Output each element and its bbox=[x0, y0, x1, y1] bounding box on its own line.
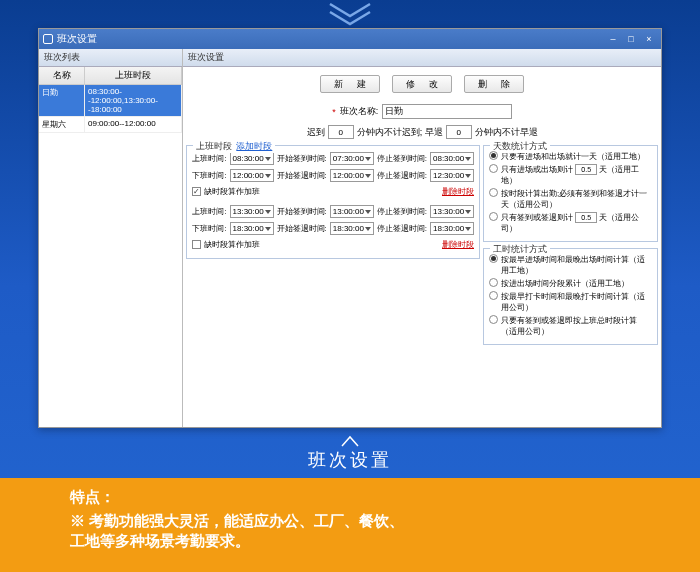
signout-start-input[interactable]: 12:00:00 bbox=[330, 169, 374, 182]
minimize-button[interactable]: – bbox=[605, 32, 621, 46]
day-stat-radio-3[interactable] bbox=[489, 188, 498, 197]
delete-button[interactable]: 删 除 bbox=[464, 75, 524, 93]
overtime-checkbox[interactable] bbox=[192, 240, 201, 249]
overtime-checkbox[interactable] bbox=[192, 187, 201, 196]
maximize-button[interactable]: □ bbox=[623, 32, 639, 46]
feature-text: ※ 考勤功能强大灵活，能适应办公、工厂、餐饮、工地等多种场景考勤要求。 bbox=[70, 511, 630, 551]
delete-segment-link[interactable]: 删除时段 bbox=[442, 186, 474, 197]
signin-end-input[interactable]: 08:30:00 bbox=[430, 152, 474, 165]
work-time-input[interactable]: 13:30:00 bbox=[230, 205, 274, 218]
app-icon bbox=[43, 34, 53, 44]
late-suffix: 分钟内不计迟到; 早退 bbox=[357, 126, 443, 139]
shift-settings-window: 班次设置 – □ × 班次列表 名称 上班时段 日勤 08:30:00--12:… bbox=[38, 28, 662, 428]
edit-button[interactable]: 修 改 bbox=[392, 75, 452, 93]
shift-config-header: 班次设置 bbox=[183, 49, 661, 67]
slide-caption: 班次设置 bbox=[0, 448, 700, 472]
day-stat-radio-2[interactable] bbox=[489, 164, 498, 173]
shift-list-panel: 班次列表 名称 上班时段 日勤 08:30:00--12:00:00,13:30… bbox=[39, 49, 183, 427]
signout-end-input[interactable]: 12:30:00 bbox=[430, 169, 474, 182]
shift-name-label: 班次名称: bbox=[340, 105, 379, 118]
signin-start-input[interactable]: 13:00:00 bbox=[330, 205, 374, 218]
col-time[interactable]: 上班时段 bbox=[85, 67, 182, 84]
day-stats-title: 天数统计方式 bbox=[490, 140, 550, 153]
day-stat-radio-4[interactable] bbox=[489, 212, 498, 221]
hour-stat-radio-2[interactable] bbox=[489, 278, 498, 287]
hour-stats-fieldset: 工时统计方式 按最早进场时间和最晚出场时间计算（适用工地） 按进出场时间分段累计… bbox=[483, 248, 658, 345]
early-suffix: 分钟内不计早退 bbox=[475, 126, 538, 139]
hour-stat-radio-3[interactable] bbox=[489, 291, 498, 300]
off-time-input[interactable]: 18:30:00 bbox=[230, 222, 274, 235]
feature-banner: 特点： ※ 考勤功能强大灵活，能适应办公、工厂、餐饮、工地等多种场景考勤要求。 bbox=[0, 478, 700, 572]
off-time-input[interactable]: 12:00:00 bbox=[230, 169, 274, 182]
feature-title: 特点： bbox=[70, 488, 630, 507]
partial-day-input-2[interactable]: 0.5 bbox=[575, 212, 597, 223]
signin-start-input[interactable]: 07:30:00 bbox=[330, 152, 374, 165]
partial-day-input[interactable]: 0.5 bbox=[575, 164, 597, 175]
day-stat-radio-1[interactable] bbox=[489, 151, 498, 160]
shift-name-input[interactable] bbox=[382, 104, 512, 119]
early-minutes-input[interactable]: 0 bbox=[446, 125, 472, 139]
new-button[interactable]: 新 建 bbox=[320, 75, 380, 93]
time-segments-fieldset: 上班时段添加时段 上班时间:08:30:00 开始签到时间:07:30:00 停… bbox=[186, 145, 480, 259]
late-label: 迟到 bbox=[307, 126, 325, 139]
hour-stat-radio-4[interactable] bbox=[489, 315, 498, 324]
segments-title: 上班时段 bbox=[196, 141, 232, 151]
shift-list-header: 班次列表 bbox=[39, 49, 182, 67]
hour-stats-title: 工时统计方式 bbox=[490, 243, 550, 256]
signout-start-input[interactable]: 18:30:00 bbox=[330, 222, 374, 235]
signout-end-input[interactable]: 18:30:00 bbox=[430, 222, 474, 235]
titlebar: 班次设置 – □ × bbox=[39, 29, 661, 49]
shift-config-panel: 班次设置 新 建 修 改 删 除 * 班次名称: 迟到 0 分钟内不计迟到; 早… bbox=[183, 49, 661, 427]
required-mark: * bbox=[332, 107, 336, 117]
day-stats-fieldset: 天数统计方式 只要有进场和出场就计一天（适用工地） 只有进场或出场则计 0.5 … bbox=[483, 145, 658, 242]
table-row[interactable]: 日勤 08:30:00--12:00:00,13:30:00--18:00:00 bbox=[39, 85, 182, 117]
col-name[interactable]: 名称 bbox=[39, 67, 85, 84]
chevron-down-decoration bbox=[326, 2, 374, 28]
table-row[interactable]: 星期六 09:00:00--12:00:00 bbox=[39, 117, 182, 133]
hour-stat-radio-1[interactable] bbox=[489, 254, 498, 263]
window-title: 班次设置 bbox=[57, 32, 97, 46]
add-segment-link[interactable]: 添加时段 bbox=[236, 141, 272, 151]
signin-end-input[interactable]: 13:30:00 bbox=[430, 205, 474, 218]
shift-grid: 名称 上班时段 日勤 08:30:00--12:00:00,13:30:00--… bbox=[39, 67, 182, 133]
close-button[interactable]: × bbox=[641, 32, 657, 46]
work-time-input[interactable]: 08:30:00 bbox=[230, 152, 274, 165]
delete-segment-link[interactable]: 删除时段 bbox=[442, 239, 474, 250]
late-minutes-input[interactable]: 0 bbox=[328, 125, 354, 139]
